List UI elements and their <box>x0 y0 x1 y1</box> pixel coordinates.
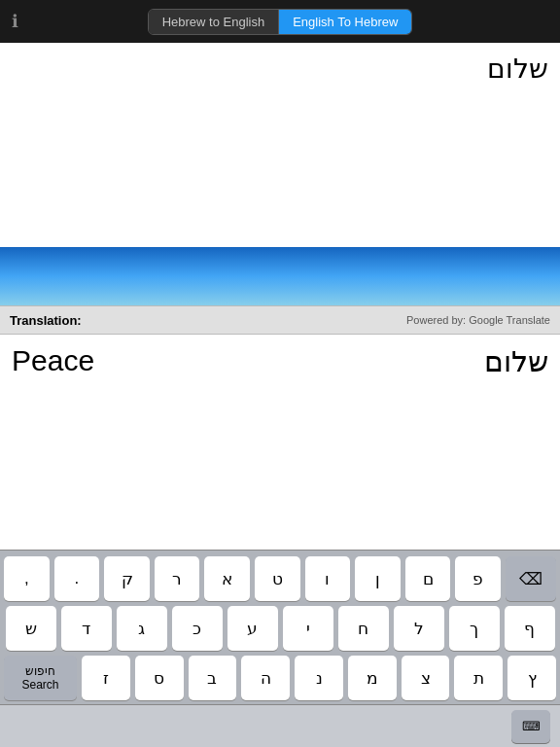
tab-english-to-hebrew[interactable]: English To Hebrew <box>279 10 411 34</box>
key-א[interactable]: א <box>204 556 250 601</box>
key-ת[interactable]: ת <box>454 656 503 700</box>
key-כ[interactable]: כ <box>172 606 223 651</box>
key-ם[interactable]: ם <box>405 556 451 601</box>
key-.[interactable]: . <box>54 556 100 601</box>
key-ר[interactable]: ר <box>155 556 200 601</box>
keyboard-row-1: ,.קראטוןםפ⌫ <box>4 556 556 601</box>
key-ג[interactable]: ג <box>117 606 167 651</box>
tab-group: Hebrew to English English To Hebrew <box>148 9 413 35</box>
translated-word: Peace <box>12 344 474 377</box>
key-ד[interactable]: ד <box>61 606 112 651</box>
keyboard-row-2: שדגכעיחלךף <box>4 606 556 651</box>
powered-by: Powered by: Google Translate <box>406 314 550 326</box>
key-ו[interactable]: ו <box>305 556 351 601</box>
translation-label: Translation: <box>10 313 82 328</box>
key-ב[interactable]: ב <box>189 656 237 700</box>
key-ן[interactable]: ן <box>355 556 401 601</box>
key-ז[interactable]: ז <box>82 656 130 700</box>
original-word-hebrew: שלום <box>484 344 548 378</box>
tab-hebrew-to-english[interactable]: Hebrew to English <box>149 10 280 34</box>
key-ע[interactable]: ע <box>228 606 278 651</box>
key-ח[interactable]: ח <box>338 606 389 651</box>
key-ש[interactable]: ש <box>6 606 56 651</box>
key-,[interactable]: , <box>4 556 50 601</box>
key-ט[interactable]: ט <box>255 556 300 601</box>
key-י[interactable]: י <box>283 606 333 651</box>
key-ס[interactable]: ס <box>135 656 184 700</box>
key-ץ[interactable]: ץ <box>508 656 556 700</box>
keyboard: ,.קראטוןםפ⌫ שדגכעיחלךף חיפוש Searchזסבהנ… <box>0 550 560 704</box>
delete-key[interactable]: ⌫ <box>506 556 556 601</box>
info-icon[interactable]: ℹ <box>12 11 18 32</box>
key-ך[interactable]: ך <box>449 606 500 651</box>
key-ק[interactable]: ק <box>104 556 150 601</box>
key-ף[interactable]: ף <box>505 606 555 651</box>
key-פ[interactable]: פ <box>455 556 501 601</box>
translation-result: Peace שלום <box>0 335 560 550</box>
blue-bar <box>0 247 560 305</box>
hebrew-input-text[interactable]: שלום <box>0 43 560 247</box>
translation-header: Translation: Powered by: Google Translat… <box>0 305 560 335</box>
key-ה[interactable]: ה <box>241 656 290 700</box>
key-מ[interactable]: מ <box>348 656 397 700</box>
top-bar: ℹ Hebrew to English English To Hebrew <box>0 0 560 43</box>
keyboard-dismiss-button[interactable]: ⌨ <box>511 710 550 743</box>
keyboard-row-3: חיפוש Searchזסבהנמצתץ <box>4 656 556 700</box>
key-צ[interactable]: צ <box>402 656 450 700</box>
key-ל[interactable]: ל <box>394 606 444 651</box>
search-key[interactable]: חיפוש Search <box>4 656 77 700</box>
input-area: שלום <box>0 43 560 305</box>
keyboard-icon: ⌨ <box>522 719 541 733</box>
bottom-bar: ⌨ <box>0 704 560 747</box>
key-נ[interactable]: נ <box>295 656 343 700</box>
